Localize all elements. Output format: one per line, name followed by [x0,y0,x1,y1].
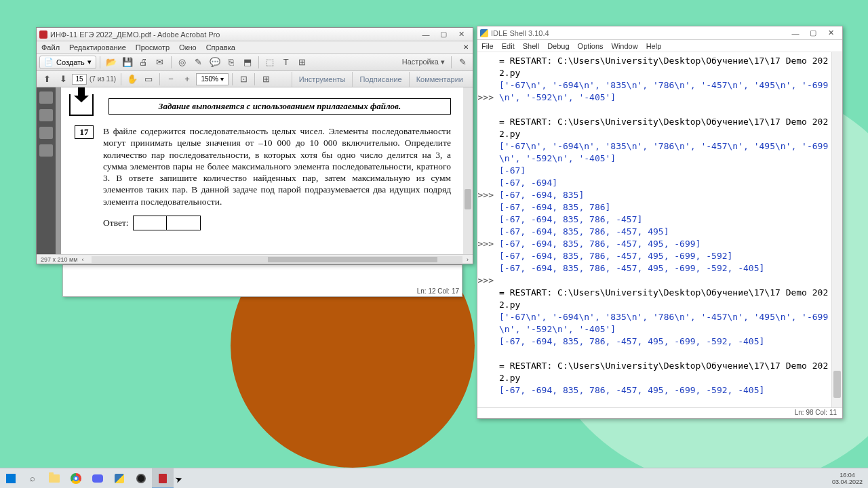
zoom-in-icon[interactable]: + [180,73,195,86]
hand-tool-icon[interactable]: ✋ [125,73,140,86]
taskbar-explorer-button[interactable] [43,468,65,489]
idle-statusbar: Ln: 98 Col: 11 [477,407,842,418]
pdf-page: Задание выполняется с использованием при… [61,87,465,254]
acrobat-titlebar[interactable]: ИНФ-11 ЕГЭ 2022_ДЕМО.pdf - Adobe Acrobat… [37,28,473,41]
page-up-icon[interactable]: ⬆ [39,73,54,86]
acrobat-statusbar: 297 x 210 мм ‹ › [37,254,473,264]
page-number-input[interactable] [72,74,87,85]
acrobat-toolbar-nav: ⬆ ⬇ (7 из 11) ✋ ▭ − + 150% ▾ ⊡ ⊞ Инструм… [37,71,473,87]
sidebar-pages-icon[interactable] [39,92,53,104]
idle-menu-options[interactable]: Options [574,42,608,50]
scroll-right-icon[interactable]: › [467,256,469,263]
misc-tool-icon[interactable]: ⊞ [258,73,273,86]
taskbar-idle-button[interactable] [108,468,130,489]
idle-close-button[interactable]: ✕ [822,27,840,39]
download-icon [69,94,94,116]
answer-box-1 [133,216,167,230]
taskbar-discord-button[interactable] [87,468,108,489]
menu-window[interactable]: Окно [174,43,201,52]
idle-menu-help[interactable]: Help [642,42,666,50]
pdf-icon [39,30,47,39]
tab-tools[interactable]: Инструменты [292,72,353,87]
create-icon: 📄 [44,58,54,66]
maximize-button[interactable]: ▢ [435,28,452,41]
minimize-button[interactable]: — [417,28,435,41]
tool-icon-9[interactable]: ✎ [455,56,470,69]
sidebar-sign-icon[interactable] [39,144,53,157]
acrobat-sidebar [37,87,56,254]
sidebar-attach-icon[interactable] [39,127,53,139]
idle-maximize-button[interactable]: ▢ [804,27,822,39]
sidebar-bookmarks-icon[interactable] [39,109,53,121]
chevron-down-icon: ▾ [87,58,92,66]
idle-minimize-button[interactable]: — [787,27,804,39]
create-button[interactable]: 📄 Создать ▾ [39,56,96,69]
idle-window: IDLE Shell 3.10.4 — ▢ ✕ File Edit Shell … [477,26,843,419]
tool-icon-4[interactable]: ⎘ [224,56,239,69]
menu-file[interactable]: Файл [37,43,64,52]
page-down-icon[interactable]: ⬇ [56,73,71,86]
tool-icon-1[interactable]: ◎ [175,56,190,69]
menu-view[interactable]: Просмотр [131,43,174,52]
tool-icon-7[interactable]: T [279,56,294,69]
idle-scrollbar-thumb[interactable] [833,371,841,398]
open-icon[interactable]: 📂 [104,56,119,69]
save-icon[interactable]: 💾 [120,56,135,69]
tool-icon-3[interactable]: 💬 [208,56,222,69]
settings-button[interactable]: Настройка ▾ [399,58,448,66]
zoom-out-icon[interactable]: − [163,73,178,86]
idle-menu-shell[interactable]: Shell [519,42,543,50]
taskbar-search-button[interactable]: ⌕ [22,468,43,489]
idle-menu-edit[interactable]: Edit [498,42,519,50]
taskbar-chrome-button[interactable] [65,468,87,489]
close-button[interactable]: ✕ [452,28,470,41]
idle-menu-debug[interactable]: Debug [543,42,573,50]
idle-title: IDLE Shell 3.10.4 [491,29,787,37]
idle-menubar: File Edit Shell Debug Options Window Hel… [477,40,842,52]
taskbar-clock[interactable]: 16:04 03.04.2022 [827,472,868,485]
editor-status: Ln: 12 Col: 17 [417,287,459,295]
zoom-select[interactable]: 150% ▾ [196,73,229,85]
idle-menu-file[interactable]: File [477,42,498,50]
idle-output[interactable]: = RESTART: C:\Users\University\Desktop\О… [496,52,831,407]
taskbar-obs-button[interactable] [130,468,152,489]
clock-time: 16:04 [832,472,863,479]
tool-icon-8[interactable]: ⊞ [295,56,310,69]
task-text: В файле содержится последовательность це… [103,125,451,207]
tool-icon-6[interactable]: ⬚ [262,56,277,69]
print-icon[interactable]: 🖨 [136,56,151,69]
create-label: Создать [56,58,85,66]
horizontal-scrollbar[interactable] [92,256,462,263]
start-button[interactable] [0,468,22,489]
idle-vertical-scrollbar[interactable] [831,52,842,407]
select-tool-icon[interactable]: ▭ [141,73,156,86]
page-dimensions: 297 x 210 мм [41,256,77,263]
acrobat-window: ИНФ-11 ЕГЭ 2022_ДЕМО.pdf - Adobe Acrobat… [36,27,473,264]
vertical-scrollbar[interactable] [463,87,473,254]
menu-help[interactable]: Справка [201,43,240,52]
task-banner: Задание выполняется с использованием при… [108,98,451,115]
page-total-label: (7 из 11) [88,75,117,83]
tool-icon-5[interactable]: ⬒ [240,56,255,69]
fit-tool-icon[interactable]: ⊡ [236,73,251,86]
document-close-button[interactable]: ✕ [459,43,473,51]
tab-sign[interactable]: Подписание [352,72,408,87]
task-number: 17 [75,125,94,139]
idle-menu-window[interactable]: Window [608,42,642,50]
acrobat-page-viewport[interactable]: Задание выполняется с использованием при… [56,87,473,254]
scrollbar-thumb[interactable] [465,189,471,209]
tab-comments[interactable]: Комментарии [409,72,470,87]
answer-label: Ответ: [103,218,129,228]
acrobat-menubar: Файл Редактирование Просмотр Окно Справк… [37,41,473,54]
idle-prompt-gutter: >>> >>> >>> >>> [477,52,496,407]
clock-date: 03.04.2022 [832,479,863,485]
scroll-left-icon[interactable]: ‹ [77,256,87,263]
tool-icon-2[interactable]: ✎ [191,56,206,69]
background-editor-window: Ln: 12 Col: 17 [62,264,462,297]
acrobat-title: ИНФ-11 ЕГЭ 2022_ДЕМО.pdf - Adobe Acrobat… [50,30,417,39]
taskbar: ⌕ 16:04 03.04.2022 [0,468,868,488]
mail-icon[interactable]: ✉ [153,56,167,69]
menu-edit[interactable]: Редактирование [64,43,131,52]
idle-titlebar[interactable]: IDLE Shell 3.10.4 — ▢ ✕ [477,26,842,40]
taskbar-acrobat-button[interactable] [152,468,174,489]
